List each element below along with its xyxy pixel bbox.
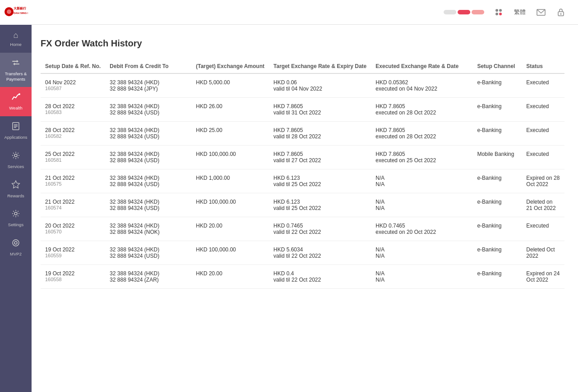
table-row: 25 Oct 2022 160581 32 388 94324 (HKD) 32… [41, 146, 564, 169]
table-row: 21 Oct 2022 160574 32 388 94324 (HKD) 32… [41, 193, 564, 217]
cell-amount: HKD 100,000.00 [192, 193, 269, 217]
cell-status: Executed [522, 122, 564, 146]
sidebar-item-label: Wealth [9, 105, 22, 110]
sidebar-item-settings[interactable]: Settings [0, 204, 32, 233]
svg-marker-5 [17, 60, 18, 63]
svg-point-21 [499, 13, 502, 15]
cell-channel: e-Banking [472, 98, 522, 122]
lock-button[interactable] [553, 4, 569, 20]
table-row: 19 Oct 2022 160558 32 388 94324 (HKD) 32… [41, 265, 564, 289]
cell-debit: 32 388 94324 (HKD) 32 888 94324 (USD) [105, 169, 191, 193]
wealth-icon [11, 92, 20, 104]
cell-setup-date: 21 Oct 2022 160575 [41, 169, 105, 193]
cell-target: HKD 5.6034 valid til 22 Oct 2022 [269, 241, 372, 265]
page-title: FX Order Watch History [41, 38, 564, 49]
col-header-setup-date: Setup Date & Ref. No. [41, 59, 105, 73]
cell-amount: HKD 26.00 [192, 98, 269, 122]
sidebar-item-mvp2[interactable]: MVP2 [0, 233, 32, 262]
mvp2-icon [11, 238, 20, 250]
sidebar-item-home[interactable]: ⌂ Home [0, 25, 32, 53]
svg-point-18 [495, 9, 498, 12]
cell-debit: 32 388 94324 (HKD) 32 888 94324 (USD) [105, 193, 191, 217]
topnav: 繁體 [32, 0, 578, 25]
cell-amount: HKD 5,000.00 [192, 73, 269, 98]
table-row: 28 Oct 2022 160583 32 388 94324 (HKD) 32… [41, 98, 564, 122]
svg-point-15 [14, 212, 17, 215]
sidebar-item-label: Home [10, 42, 21, 47]
cell-executed: N/A N/A [371, 241, 472, 265]
sidebar: 大新銀行 DAH SING BANK ⌂ Home Transfers & Pa… [0, 0, 32, 392]
cell-setup-date: 25 Oct 2022 160581 [41, 146, 105, 169]
cell-setup-date: 20 Oct 2022 160570 [41, 217, 105, 241]
svg-point-16 [13, 240, 19, 246]
cell-setup-date: 28 Oct 2022 160582 [41, 122, 105, 146]
cell-debit: 32 388 94324 (HKD) 32 888 94324 (USD) [105, 146, 191, 169]
col-header-debit: Debit From & Credit To [105, 59, 191, 73]
col-header-status: Status [522, 59, 564, 73]
cell-channel: e-Banking [472, 241, 522, 265]
svg-point-13 [14, 154, 17, 157]
sidebar-item-label: Transfers & Payments [2, 71, 30, 82]
cell-target: HKD 6.123 valid til 25 Oct 2022 [269, 193, 372, 217]
cell-setup-date: 28 Oct 2022 160583 [41, 98, 105, 122]
cell-status: Expired on 28 Oct 2022 [522, 169, 564, 193]
svg-point-24 [560, 14, 562, 15]
cell-setup-date: 19 Oct 2022 160559 [41, 241, 105, 265]
svg-point-19 [499, 9, 502, 12]
cell-amount: HKD 100,000.00 [192, 146, 269, 169]
cell-setup-date: 21 Oct 2022 160574 [41, 193, 105, 217]
mail-button[interactable] [533, 4, 549, 20]
fx-table: Setup Date & Ref. No. Debit From & Credi… [41, 59, 564, 289]
cell-debit: 32 388 94324 (HKD) 32 888 94324 (USD) [105, 98, 191, 122]
cell-debit: 32 388 94324 (HKD) 32 888 94324 (NOK) [105, 217, 191, 241]
svg-point-8 [18, 93, 20, 95]
cell-executed: HKD 7.8605 executed on 28 Oct 2022 [371, 122, 472, 146]
home-icon: ⌂ [14, 30, 18, 41]
cell-target: HKD 6.123 valid til 25 Oct 2022 [269, 169, 372, 193]
table-row: 28 Oct 2022 160582 32 388 94324 (HKD) 32… [41, 122, 564, 146]
topnav-icons: 繁體 [444, 4, 569, 20]
cell-executed: HKD 7.8605 executed on 25 Oct 2022 [371, 146, 472, 169]
table-row: 20 Oct 2022 160570 32 388 94324 (HKD) 32… [41, 217, 564, 241]
cell-status: Executed [522, 98, 564, 122]
transfers-icon [11, 58, 20, 70]
sidebar-item-label: Services [8, 164, 24, 169]
indicator-2 [458, 10, 470, 14]
cell-amount: HKD 25.00 [192, 122, 269, 146]
sidebar-item-applications[interactable]: Applications [0, 116, 32, 146]
sidebar-item-label: Applications [4, 135, 27, 140]
cell-amount: HKD 20.00 [192, 217, 269, 241]
color-indicators [444, 10, 484, 14]
sidebar-item-label: Settings [8, 222, 23, 227]
table-row: 04 Nov 2022 160587 32 388 94324 (HKD) 32… [41, 73, 564, 98]
cell-setup-date: 04 Nov 2022 160587 [41, 73, 105, 98]
svg-marker-14 [12, 181, 19, 188]
table-row: 21 Oct 2022 160575 32 388 94324 (HKD) 32… [41, 169, 564, 193]
cell-executed: N/A N/A [371, 193, 472, 217]
cell-channel: e-Banking [472, 265, 522, 289]
sidebar-item-services[interactable]: Services [0, 146, 32, 175]
apps-button[interactable] [491, 4, 507, 20]
cell-target: HKD 0.7465 valid til 22 Oct 2022 [269, 217, 372, 241]
services-icon [11, 151, 20, 163]
svg-marker-7 [13, 63, 15, 65]
applications-icon [11, 122, 20, 133]
col-header-channel: Setup Channel [472, 59, 522, 73]
cell-executed: N/A N/A [371, 265, 472, 289]
cell-channel: e-Banking [472, 169, 522, 193]
cell-executed: HKD 0.05362 executed on 04 Nov 2022 [371, 73, 472, 98]
main-content: FX Order Watch History Setup Date & Ref.… [32, 25, 578, 392]
cell-debit: 32 388 94324 (HKD) 32 888 94324 (JPY) [105, 73, 191, 98]
lang-button[interactable]: 繁體 [510, 6, 529, 18]
cell-status: Expired on 24 Oct 2022 [522, 265, 564, 289]
cell-setup-date: 19 Oct 2022 160558 [41, 265, 105, 289]
sidebar-item-wealth[interactable]: Wealth [0, 87, 32, 116]
sidebar-item-rewards[interactable]: Rewards [0, 174, 32, 204]
sidebar-item-transfers[interactable]: Transfers & Payments [0, 53, 32, 87]
indicator-3 [472, 10, 484, 14]
cell-amount: HKD 100,000.00 [192, 241, 269, 265]
rewards-icon [11, 180, 20, 191]
cell-executed: HKD 7.8605 executed on 28 Oct 2022 [371, 98, 472, 122]
cell-target: HKD 7.8605 valid til 31 Oct 2022 [269, 98, 372, 122]
cell-amount: HKD 1,000.00 [192, 169, 269, 193]
